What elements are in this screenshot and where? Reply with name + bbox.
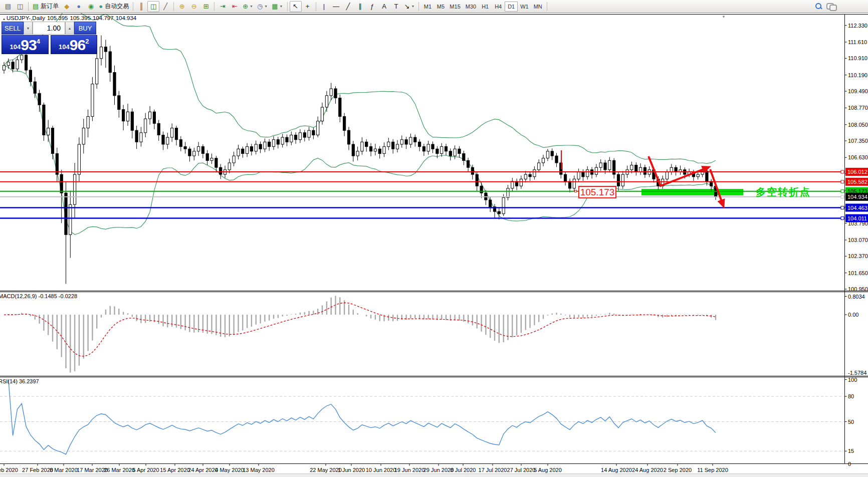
fibonacci-tool-button[interactable]: ƒ bbox=[366, 1, 378, 12]
candle-body bbox=[166, 137, 169, 144]
date-tick-label: 24 Aug 2020 bbox=[632, 467, 663, 473]
horizontal-line-tool-button[interactable]: — bbox=[330, 1, 342, 12]
experts-button[interactable]: ● bbox=[73, 1, 85, 12]
text-tool-button[interactable]: A bbox=[378, 1, 390, 12]
signals-button[interactable]: ◉ bbox=[85, 1, 97, 12]
chart-profiles-button[interactable]: ◫ bbox=[14, 1, 26, 12]
chat-button[interactable] bbox=[824, 1, 837, 12]
candle-body bbox=[91, 84, 94, 117]
volume-increase-button[interactable]: ▲ bbox=[65, 22, 74, 35]
candle-body bbox=[29, 70, 32, 82]
candle-body bbox=[233, 156, 235, 163]
candle-body bbox=[250, 147, 253, 151]
candle-body bbox=[69, 204, 72, 234]
channel-tool-button[interactable]: ∥ bbox=[354, 1, 366, 12]
new-order-button[interactable]: ▤新订单 bbox=[31, 1, 61, 12]
new-chart-button[interactable]: ▤ bbox=[2, 1, 14, 12]
text-label-tool-button[interactable]: T bbox=[390, 1, 402, 12]
date-tick-label: 8 Feb 2020 bbox=[0, 467, 18, 473]
line-handle[interactable] bbox=[841, 190, 844, 193]
buy-button[interactable]: BUY bbox=[74, 22, 96, 35]
candle-body bbox=[51, 128, 54, 154]
candle-body bbox=[144, 119, 147, 133]
date-tick-label: 5 Apr 2020 bbox=[132, 467, 159, 473]
timeframe-m1-button[interactable]: M1 bbox=[421, 2, 434, 12]
chart-window[interactable]: 112.330111.610110.910110.190109.490108.7… bbox=[0, 14, 868, 473]
crosshair-tool-button[interactable]: + bbox=[302, 1, 314, 12]
candle-body bbox=[87, 117, 89, 128]
line-chart-type-button[interactable]: ╱ bbox=[159, 1, 171, 12]
candle-body bbox=[595, 167, 597, 174]
zoom-in-button[interactable]: ⊕ bbox=[176, 1, 188, 12]
candlestick-chart-type-button[interactable]: ◫ bbox=[147, 1, 159, 12]
add-indicator-button[interactable]: ⊕▼ bbox=[241, 1, 255, 12]
candle-body bbox=[184, 147, 186, 149]
timeframe-m5-button[interactable]: M5 bbox=[434, 2, 447, 12]
sell-button[interactable]: SELL bbox=[2, 22, 24, 35]
vertical-line-tool-button[interactable]: | bbox=[318, 1, 330, 12]
auto-scroll-button[interactable]: ⇥ bbox=[216, 1, 229, 12]
axis-label: 100 bbox=[848, 377, 857, 383]
timeframe-d1-button[interactable]: D1 bbox=[505, 2, 518, 12]
candle-body bbox=[277, 140, 279, 144]
candle-body bbox=[113, 73, 116, 96]
templates-button[interactable]: ▦▼ bbox=[270, 1, 285, 12]
timeframe-m30-button[interactable]: M30 bbox=[463, 2, 479, 12]
new-order-icon: ▤ bbox=[33, 3, 39, 10]
candle-body bbox=[352, 144, 354, 156]
candle-body bbox=[378, 149, 381, 153]
line-handle[interactable] bbox=[841, 170, 844, 173]
timeframe-m15-button[interactable]: M15 bbox=[447, 2, 463, 12]
templates-icon: ▦ bbox=[272, 3, 278, 10]
timeframe-mn-button[interactable]: MN bbox=[531, 2, 545, 12]
candle-body bbox=[334, 89, 337, 98]
price-chart[interactable]: 112.330111.610110.910110.190109.490108.7… bbox=[0, 0, 868, 477]
turning-point-annotation[interactable]: 多空转折点 bbox=[756, 185, 811, 199]
one-click-collapse-icon[interactable]: ▼ bbox=[722, 15, 726, 19]
chart-shift-button[interactable]: ⇤ bbox=[229, 1, 241, 12]
candle-body bbox=[471, 167, 474, 174]
buy-price-button[interactable]: 104 96 2 bbox=[51, 35, 98, 54]
horizontal-line-tool-icon: — bbox=[333, 3, 339, 10]
candle-body bbox=[162, 135, 164, 145]
timeframe-h1-button[interactable]: H1 bbox=[479, 2, 492, 12]
indicators-catalog-button[interactable]: ◆ bbox=[61, 1, 73, 12]
timeframe-w1-button[interactable]: W1 bbox=[518, 2, 531, 12]
candle-body bbox=[524, 174, 527, 179]
price-badge-label: 105.582 bbox=[847, 179, 867, 185]
candle-body bbox=[520, 179, 522, 186]
zoom-out-button[interactable]: ⊖ bbox=[188, 1, 200, 12]
axis-label: 15 bbox=[848, 448, 854, 454]
candle-body bbox=[356, 151, 359, 156]
indicators-catalog-icon: ◆ bbox=[64, 3, 69, 10]
line-handle[interactable] bbox=[841, 180, 844, 183]
candle-body bbox=[140, 133, 142, 142]
bar-chart-type-button[interactable]: ║ bbox=[135, 1, 147, 12]
line-handle[interactable] bbox=[841, 217, 844, 220]
candle-body bbox=[193, 151, 195, 156]
arrows-tool-button[interactable]: ↘▼ bbox=[402, 1, 417, 12]
tile-windows-button[interactable]: ⊞ bbox=[200, 1, 212, 12]
search-button[interactable] bbox=[812, 1, 824, 12]
candle-body bbox=[445, 147, 447, 151]
price-callout-label[interactable]: 105.173 bbox=[578, 186, 616, 198]
support-zone-rectangle[interactable] bbox=[641, 189, 743, 195]
line-handle[interactable] bbox=[841, 195, 844, 198]
candle-body bbox=[299, 133, 301, 140]
toolbar-separator bbox=[133, 2, 133, 11]
candle-body bbox=[418, 142, 421, 146]
text-label-tool-icon: T bbox=[394, 3, 398, 10]
sell-price-button[interactable]: 104 93 4 bbox=[2, 35, 49, 54]
timeframe-h4-button[interactable]: H4 bbox=[492, 2, 505, 12]
volume-decrease-button[interactable]: ▼ bbox=[24, 22, 33, 35]
trendline-tool-button[interactable]: ╱ bbox=[342, 1, 354, 12]
candle-body bbox=[498, 211, 500, 214]
volume-input[interactable]: 1.00 bbox=[33, 22, 65, 35]
chart-shift-icon: ⇤ bbox=[232, 3, 238, 10]
buy-price-prefix: 104 bbox=[59, 43, 70, 51]
line-handle[interactable] bbox=[841, 206, 844, 209]
autotrading-button[interactable]: ●自动交易 bbox=[97, 1, 131, 12]
cursor-tool-button[interactable]: ↖ bbox=[290, 1, 302, 12]
periods-button[interactable]: ◷▼ bbox=[255, 1, 270, 12]
add-indicator-icon: ⊕ bbox=[243, 3, 248, 10]
